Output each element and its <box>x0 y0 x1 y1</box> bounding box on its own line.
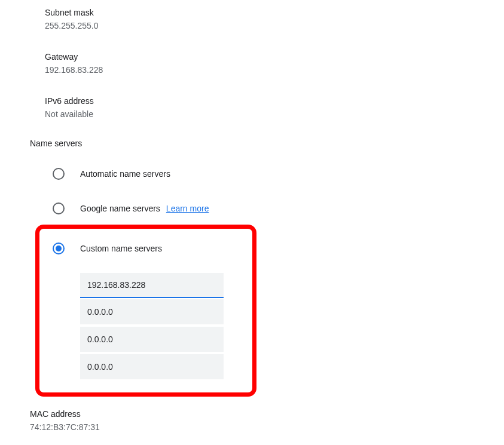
learn-more-link[interactable]: Learn more <box>166 204 209 213</box>
gateway-block: Gateway 192.168.83.228 <box>45 50 504 76</box>
gateway-label: Gateway <box>45 50 504 63</box>
ipv6-value: Not available <box>45 108 504 121</box>
radio-circle-icon <box>53 202 65 214</box>
subnet-mask-block: Subnet mask 255.255.255.0 <box>45 6 504 32</box>
name-servers-header: Name servers <box>30 139 504 148</box>
radio-custom-name-servers[interactable]: Custom name servers <box>53 236 240 261</box>
radio-circle-icon <box>53 168 65 180</box>
radio-label-automatic: Automatic name servers <box>80 169 170 179</box>
radio-label-google: Google name servers <box>80 204 160 213</box>
radio-google-name-servers[interactable]: Google name servers Learn more <box>30 196 504 221</box>
radio-automatic-name-servers[interactable]: Automatic name servers <box>30 161 504 186</box>
radio-circle-selected-icon <box>53 243 65 254</box>
dns-input-3[interactable] <box>80 327 224 352</box>
mac-address-label: MAC address <box>30 407 504 421</box>
dns-inputs-container <box>80 273 240 379</box>
dns-input-4[interactable] <box>80 354 224 379</box>
gateway-value: 192.168.83.228 <box>45 63 504 76</box>
ipv6-label: IPv6 address <box>45 94 504 108</box>
mac-address-value: 74:12:B3:7C:87:31 <box>30 421 504 434</box>
mac-address-block: MAC address 74:12:B3:7C:87:31 <box>30 407 504 434</box>
dns-input-2[interactable] <box>80 299 224 324</box>
ipv6-block: IPv6 address Not available <box>45 94 504 121</box>
subnet-mask-value: 255.255.255.0 <box>45 19 504 32</box>
custom-name-servers-highlight: Custom name servers <box>35 225 256 397</box>
radio-label-custom: Custom name servers <box>80 244 162 253</box>
subnet-mask-label: Subnet mask <box>45 6 504 19</box>
dns-input-1[interactable] <box>80 273 224 298</box>
